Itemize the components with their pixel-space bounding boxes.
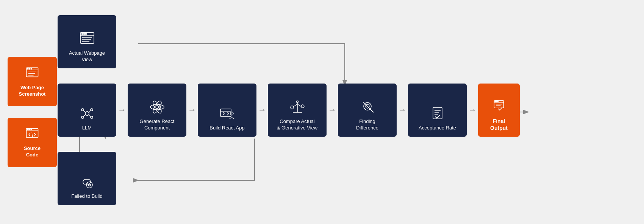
- llm-box: LLM: [58, 84, 116, 137]
- web-page-screenshot-box: Web Page Screenshot: [8, 57, 57, 106]
- svg-line-25: [32, 133, 33, 137]
- llm-label: LLM: [82, 125, 92, 131]
- svg-line-60: [363, 102, 372, 111]
- arrow-acceptance-output: →: [468, 105, 477, 115]
- svg-point-55: [301, 105, 304, 108]
- finding-difference-box: Finding Difference: [338, 84, 397, 137]
- build-react-label: Build React App: [209, 125, 245, 131]
- arrow-build-compare: →: [258, 105, 266, 115]
- svg-point-54: [291, 106, 294, 109]
- arrow-compare-finding: →: [328, 105, 336, 115]
- compare-icon: [289, 99, 306, 118]
- arrow-finding-acceptance: →: [398, 105, 406, 115]
- svg-point-44: [150, 104, 164, 110]
- actual-webpage-view-label: Actual Webpage View: [69, 50, 105, 63]
- left-inputs: Web Page Screenshot Source Code: [8, 57, 57, 167]
- svg-point-28: [81, 33, 83, 35]
- svg-line-41: [84, 115, 85, 117]
- svg-point-15: [29, 68, 30, 69]
- generate-react-label: Generate React Component: [140, 118, 175, 131]
- generate-react-box: Generate React Component: [128, 84, 186, 137]
- svg-point-34: [85, 112, 89, 115]
- generate-react-icon: [149, 99, 166, 118]
- svg-point-49: [230, 112, 233, 115]
- svg-point-35: [81, 109, 84, 111]
- svg-rect-47: [220, 109, 231, 117]
- failed-to-build-box: Failed to Build: [58, 152, 116, 205]
- svg-line-40: [89, 111, 91, 113]
- source-code-icon: [25, 126, 39, 145]
- svg-point-29: [83, 33, 84, 35]
- final-output-label: Final Output: [490, 118, 508, 131]
- source-code-label: Source Code: [24, 145, 41, 158]
- acceptance-rate-box: Acceptance Rate: [408, 84, 467, 137]
- actual-webpage-view-box: Actual Webpage View: [58, 15, 116, 68]
- source-code-box: Source Code: [8, 118, 57, 167]
- svg-point-69: [497, 101, 498, 102]
- svg-point-68: [496, 101, 497, 102]
- compare-label: Compare Actual & Generative View: [277, 118, 317, 131]
- web-page-screenshot-label: Web Page Screenshot: [19, 85, 46, 98]
- svg-line-39: [84, 111, 85, 113]
- svg-point-67: [495, 101, 496, 102]
- svg-point-37: [81, 116, 84, 118]
- actual-webpage-icon: [79, 30, 95, 50]
- svg-point-23: [29, 129, 30, 130]
- failed-to-build-label: Failed to Build: [71, 193, 102, 200]
- svg-point-16: [31, 68, 32, 69]
- failed-to-build-icon: [79, 174, 95, 193]
- svg-point-24: [31, 129, 32, 130]
- finding-difference-icon: [359, 99, 376, 118]
- llm-icon: [79, 105, 95, 125]
- svg-point-30: [85, 33, 86, 35]
- svg-point-22: [27, 129, 28, 130]
- diagram-container: Web Page Screenshot Source Code: [0, 0, 644, 224]
- webpage-icon: [25, 66, 39, 85]
- arrow-generate-build: →: [188, 105, 196, 115]
- svg-line-42: [89, 115, 91, 117]
- compare-box: Compare Actual & Generative View: [268, 84, 327, 137]
- final-output-icon: [492, 99, 506, 117]
- acceptance-rate-label: Acceptance Rate: [419, 125, 456, 131]
- svg-point-43: [156, 106, 159, 109]
- svg-point-38: [91, 116, 93, 118]
- acceptance-rate-icon: [429, 105, 446, 125]
- build-react-box: Build React App: [198, 84, 256, 137]
- svg-point-14: [27, 68, 28, 69]
- svg-point-36: [91, 109, 93, 111]
- finding-difference-label: Finding Difference: [356, 118, 378, 131]
- arrow-llm-generate: →: [118, 105, 126, 115]
- build-react-icon: [219, 105, 236, 125]
- final-output-box: Final Output: [478, 84, 520, 137]
